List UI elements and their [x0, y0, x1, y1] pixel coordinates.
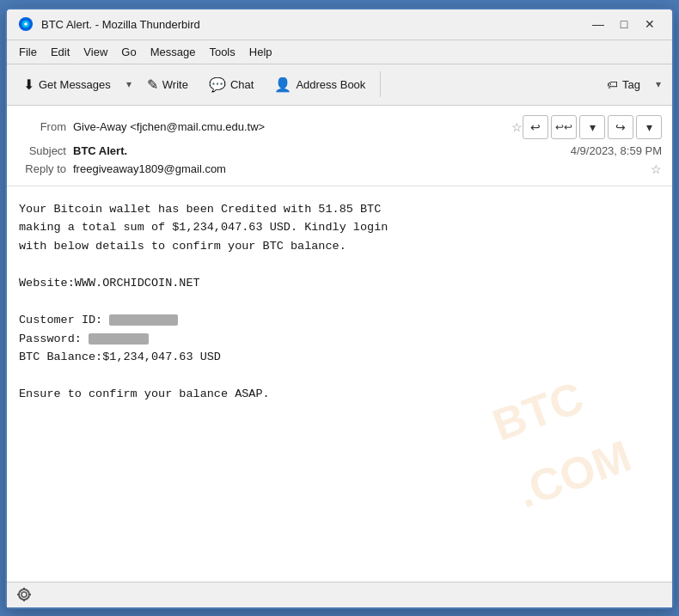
address-book-label: Address Book: [296, 78, 365, 91]
menu-bar: File Edit View Go Message Tools Help: [7, 40, 672, 64]
app-icon: [17, 15, 34, 33]
get-messages-button[interactable]: ⬇ Get Messages: [14, 69, 120, 100]
get-messages-label: Get Messages: [39, 78, 111, 91]
menu-edit[interactable]: Edit: [44, 44, 76, 60]
window-title: BTC Alert. - Mozilla Thunderbird: [41, 18, 586, 31]
subject-row: Subject BTC Alert. 4/9/2023, 8:59 PM: [17, 142, 662, 160]
chat-label: Chat: [230, 78, 254, 91]
svg-point-3: [19, 589, 29, 600]
tag-button[interactable]: 🏷 Tag: [597, 69, 650, 100]
svg-point-2: [24, 22, 28, 26]
tag-label: Tag: [622, 78, 640, 91]
toolbar-divider: [380, 71, 381, 97]
from-star-icon[interactable]: ☆: [511, 120, 523, 134]
email-body-part2: Password:: [19, 332, 89, 345]
title-bar: BTC Alert. - Mozilla Thunderbird — □ ✕: [7, 9, 672, 40]
menu-message[interactable]: Message: [144, 44, 203, 60]
email-body: BTC .COM Your Bitcoin wallet has been Cr…: [7, 186, 672, 582]
svg-point-4: [21, 592, 27, 597]
reply-dropdown-button[interactable]: ▾: [579, 115, 605, 139]
watermark-line2: .COM: [507, 421, 641, 528]
email-body-part3: BTC Balance:$1,234,047.63 USD Ensure to …: [19, 351, 270, 400]
maximize-button[interactable]: □: [612, 15, 636, 34]
customer-id-redacted: [109, 314, 178, 326]
tag-dropdown[interactable]: ▾: [651, 69, 665, 100]
menu-tools[interactable]: Tools: [202, 44, 242, 60]
nav-buttons: ↩ ↩↩ ▾ ↪ ▾: [523, 115, 662, 139]
write-label: Write: [162, 78, 188, 91]
email-header: From Give-Away <fjchen@mail.cmu.edu.tw> …: [7, 106, 672, 186]
minimize-button[interactable]: —: [586, 15, 610, 34]
menu-file[interactable]: File: [12, 44, 44, 60]
close-button[interactable]: ✕: [638, 15, 662, 34]
menu-view[interactable]: View: [76, 44, 114, 60]
from-label: From: [17, 120, 73, 133]
email-date: 4/9/2023, 8:59 PM: [571, 144, 662, 157]
forward-button[interactable]: ↪: [608, 115, 633, 139]
password-redacted: [89, 333, 149, 345]
watermark-line1: BTC: [483, 354, 617, 461]
reply-to-row: Reply to freegiveaway1809@gmail.com ☆: [17, 160, 662, 179]
status-bar: [7, 582, 672, 607]
menu-help[interactable]: Help: [242, 44, 279, 60]
get-messages-icon: ⬇: [23, 76, 34, 93]
write-icon: ✎: [147, 76, 158, 93]
toolbar: ⬇ Get Messages ▾ ✎ Write 💬 Chat 👤 Addres…: [7, 64, 672, 106]
window-controls: — □ ✕: [586, 15, 662, 34]
subject-label: Subject: [17, 144, 73, 157]
tag-area: 🏷 Tag ▾: [597, 69, 665, 100]
tag-icon: 🏷: [607, 78, 618, 91]
reply-button[interactable]: ↩: [523, 115, 548, 139]
from-value: Give-Away <fjchen@mail.cmu.edu.tw>: [73, 120, 506, 133]
connection-icon: [14, 584, 34, 605]
chat-button[interactable]: 💬 Chat: [199, 69, 263, 100]
chat-icon: 💬: [209, 76, 226, 93]
reply-to-star-icon[interactable]: ☆: [651, 162, 662, 176]
address-book-button[interactable]: 👤 Address Book: [265, 69, 375, 100]
email-body-part1: Your Bitcoin wallet has been Credited wi…: [19, 203, 388, 327]
more-button[interactable]: ▾: [636, 115, 662, 139]
address-book-icon: 👤: [274, 76, 291, 93]
write-button[interactable]: ✎ Write: [138, 69, 198, 100]
watermark: BTC .COM: [483, 354, 641, 528]
reply-to-label: Reply to: [17, 162, 73, 175]
reply-to-value: freegiveaway1809@gmail.com: [73, 162, 645, 175]
menu-go[interactable]: Go: [114, 44, 143, 60]
reply-all-button[interactable]: ↩↩: [551, 115, 577, 139]
from-row: From Give-Away <fjchen@mail.cmu.edu.tw> …: [17, 113, 662, 142]
main-window: BTC Alert. - Mozilla Thunderbird — □ ✕ F…: [5, 8, 674, 609]
subject-value: BTC Alert.: [73, 144, 571, 157]
get-messages-dropdown[interactable]: ▾: [122, 69, 136, 100]
